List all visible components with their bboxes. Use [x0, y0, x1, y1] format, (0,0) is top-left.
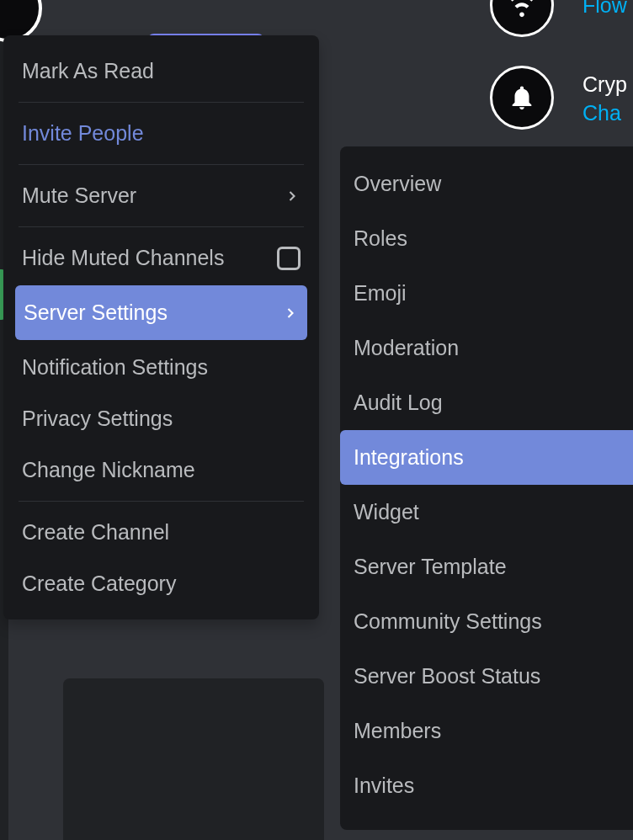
hide-muted-channels[interactable]: Hide Muted Channels	[15, 232, 307, 284]
separator	[19, 102, 304, 103]
submenu-overview[interactable]: Overview	[340, 157, 633, 211]
server-settings-submenu: Overview Roles Emoji Moderation Audit Lo…	[340, 146, 633, 830]
chevron-right-icon	[282, 305, 299, 322]
cryp-title: Cryp	[582, 72, 627, 97]
submenu-emoji[interactable]: Emoji	[340, 266, 633, 321]
separator	[19, 226, 304, 227]
submenu-roles[interactable]: Roles	[340, 211, 633, 266]
flow-link[interactable]: Flow	[582, 0, 627, 18]
server-settings-label: Server Settings	[24, 300, 168, 325]
submenu-server-boost[interactable]: Server Boost Status	[340, 649, 633, 704]
submenu-invites[interactable]: Invites	[340, 758, 633, 813]
submenu-community-settings[interactable]: Community Settings	[340, 594, 633, 649]
mute-server-label: Mute Server	[22, 183, 136, 208]
change-nickname[interactable]: Change Nickname	[15, 444, 307, 496]
separator	[19, 501, 304, 502]
mute-server[interactable]: Mute Server	[15, 170, 307, 221]
create-category[interactable]: Create Category	[15, 558, 307, 609]
submenu-widget[interactable]: Widget	[340, 485, 633, 540]
separator	[19, 164, 304, 165]
submenu-server-template[interactable]: Server Template	[340, 540, 633, 594]
submenu-audit-log[interactable]: Audit Log	[340, 375, 633, 430]
connection-icon	[508, 0, 536, 19]
submenu-moderation[interactable]: Moderation	[340, 321, 633, 375]
checkbox-unchecked[interactable]	[277, 247, 301, 270]
submenu-integrations[interactable]: Integrations	[340, 430, 633, 485]
cha-link[interactable]: Cha	[582, 101, 621, 125]
notification-settings[interactable]: Notification Settings	[15, 342, 307, 393]
privacy-settings[interactable]: Privacy Settings	[15, 393, 307, 444]
server-settings[interactable]: Server Settings	[15, 285, 307, 340]
invite-people[interactable]: Invite People	[15, 108, 307, 159]
content-panel	[63, 678, 324, 840]
bell-icon	[508, 83, 536, 112]
hide-muted-label: Hide Muted Channels	[22, 246, 224, 270]
server-context-menu: Mark As Read Invite People Mute Server H…	[3, 35, 319, 619]
submenu-members[interactable]: Members	[340, 704, 633, 758]
mark-as-read[interactable]: Mark As Read	[15, 45, 307, 97]
create-channel[interactable]: Create Channel	[15, 507, 307, 558]
chevron-right-icon	[284, 188, 301, 205]
server-icon-cryp[interactable]	[490, 66, 554, 130]
